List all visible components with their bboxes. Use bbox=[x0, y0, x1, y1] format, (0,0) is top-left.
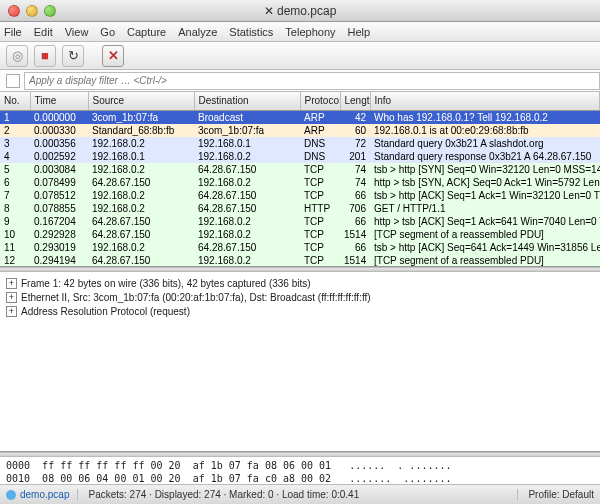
record-icon: ◎ bbox=[12, 48, 23, 63]
close-icon: ✕ bbox=[108, 48, 119, 63]
restart-capture-button[interactable]: ↻ bbox=[62, 45, 84, 67]
packet-row[interactable]: 110.293019192.168.0.264.28.67.150TCP66ts… bbox=[0, 241, 600, 254]
packet-list-pane[interactable]: No. Time Source Destination Protoco Leng… bbox=[0, 92, 600, 267]
tree-ethernet[interactable]: +Ethernet II, Src: 3com_1b:07:fa (00:20:… bbox=[6, 290, 594, 304]
menubar: File Edit View Go Capture Analyze Statis… bbox=[0, 22, 600, 42]
col-header-info[interactable]: Info bbox=[370, 92, 600, 110]
menu-edit[interactable]: Edit bbox=[34, 26, 53, 38]
packet-row[interactable]: 20.000330Standard_68:8b:fb3com_1b:07:faA… bbox=[0, 124, 600, 137]
window-title: demo.pcap bbox=[277, 4, 336, 18]
packet-bytes-pane[interactable]: 0000 ff ff ff ff ff ff 00 20 af 1b 07 fa… bbox=[0, 457, 600, 484]
packet-row[interactable]: 10.0000003com_1b:07:faBroadcastARP42Who … bbox=[0, 110, 600, 124]
packet-row[interactable]: 50.003084192.168.0.264.28.67.150TCP74tsb… bbox=[0, 163, 600, 176]
status-profile[interactable]: Profile: Default bbox=[528, 489, 594, 500]
col-header-no[interactable]: No. bbox=[0, 92, 30, 110]
hex-row: 0010 08 00 06 04 00 01 00 20 af 1b 07 fa… bbox=[6, 473, 594, 484]
menu-capture[interactable]: Capture bbox=[127, 26, 166, 38]
start-capture-button[interactable]: ◎ bbox=[6, 45, 28, 67]
status-packets: Packets: 274 · Displayed: 274 · Marked: … bbox=[88, 489, 518, 500]
stop-capture-button[interactable]: ■ bbox=[34, 45, 56, 67]
packet-row[interactable]: 90.16720464.28.67.150192.168.0.2TCP66htt… bbox=[0, 215, 600, 228]
toolbar: ◎ ■ ↻ ✕ bbox=[0, 42, 600, 70]
col-header-source[interactable]: Source bbox=[88, 92, 194, 110]
close-file-button[interactable]: ✕ bbox=[102, 45, 124, 67]
expand-icon[interactable]: + bbox=[6, 292, 17, 303]
packet-row[interactable]: 100.29292864.28.67.150192.168.0.2TCP1514… bbox=[0, 228, 600, 241]
hex-row: 0000 ff ff ff ff ff ff 00 20 af 1b 07 fa… bbox=[6, 460, 594, 473]
display-filter-input[interactable] bbox=[24, 72, 600, 90]
col-header-protocol[interactable]: Protoco bbox=[300, 92, 340, 110]
packet-row[interactable]: 130.298641192.168.0.264.28.67.150TCP66ts… bbox=[0, 267, 600, 268]
status-file[interactable]: demo.pcap bbox=[6, 489, 78, 500]
menu-view[interactable]: View bbox=[65, 26, 89, 38]
col-header-time[interactable]: Time bbox=[30, 92, 88, 110]
expand-icon[interactable]: + bbox=[6, 306, 17, 317]
packet-row[interactable]: 70.078512192.168.0.264.28.67.150TCP66tsb… bbox=[0, 189, 600, 202]
expand-icon[interactable]: + bbox=[6, 278, 17, 289]
tree-arp[interactable]: +Address Resolution Protocol (request) bbox=[6, 304, 594, 318]
packet-row[interactable]: 120.29419464.28.67.150192.168.0.2TCP1514… bbox=[0, 254, 600, 267]
menu-file[interactable]: File bbox=[4, 26, 22, 38]
window-title-prefix: ✕ bbox=[264, 4, 277, 18]
titlebar: ✕ demo.pcap bbox=[0, 0, 600, 22]
col-header-destination[interactable]: Destination bbox=[194, 92, 300, 110]
tree-frame[interactable]: +Frame 1: 42 bytes on wire (336 bits), 4… bbox=[6, 276, 594, 290]
restart-icon: ↻ bbox=[68, 48, 79, 63]
col-header-length[interactable]: Lengt bbox=[340, 92, 370, 110]
menu-help[interactable]: Help bbox=[348, 26, 371, 38]
menu-statistics[interactable]: Statistics bbox=[229, 26, 273, 38]
filter-bar bbox=[0, 70, 600, 92]
packet-row[interactable]: 60.07849964.28.67.150192.168.0.2TCP74htt… bbox=[0, 176, 600, 189]
status-bar: demo.pcap Packets: 274 · Displayed: 274 … bbox=[0, 484, 600, 504]
packet-row[interactable]: 30.000356192.168.0.2192.168.0.1DNS72Stan… bbox=[0, 137, 600, 150]
stop-icon: ■ bbox=[41, 48, 49, 63]
packet-row[interactable]: 40.002592192.168.0.1192.168.0.2DNS201Sta… bbox=[0, 150, 600, 163]
packet-details-pane[interactable]: +Frame 1: 42 bytes on wire (336 bits), 4… bbox=[0, 272, 600, 452]
packet-row[interactable]: 80.078855192.168.0.264.28.67.150HTTP706G… bbox=[0, 202, 600, 215]
filter-bookmark-button[interactable] bbox=[6, 74, 20, 88]
menu-telephony[interactable]: Telephony bbox=[285, 26, 335, 38]
menu-go[interactable]: Go bbox=[100, 26, 115, 38]
file-icon bbox=[6, 490, 16, 500]
menu-analyze[interactable]: Analyze bbox=[178, 26, 217, 38]
